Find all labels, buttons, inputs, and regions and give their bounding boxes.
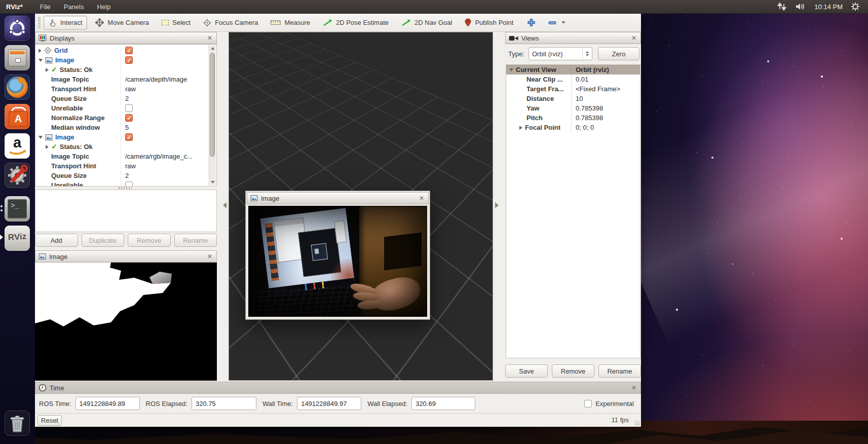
reset-button[interactable]: Reset [37, 415, 62, 426]
rename-button[interactable]: Rename [598, 364, 641, 378]
enabled-checkbox[interactable] [125, 47, 133, 54]
tree-row-property[interactable]: Pitch 0.785398 [506, 113, 640, 123]
ros-elapsed-input[interactable]: 320.75 [192, 397, 256, 410]
panel-title: Displays [50, 34, 74, 42]
remove-tool-button[interactable] [544, 18, 570, 27]
tree-row-property[interactable]: Near Clip ... 0.01 [506, 75, 640, 84]
rviz-toolbar: Interact Move Camera Select [35, 14, 641, 32]
save-button[interactable]: Save [505, 364, 548, 378]
tree-row-property[interactable]: Median window 5 [35, 123, 210, 132]
tree-row-property[interactable]: Unreliable [35, 103, 210, 113]
tool-measure[interactable]: Measure [266, 16, 315, 29]
launcher-item-amazon[interactable]: a [5, 133, 30, 159]
toolbar-grip[interactable] [38, 17, 41, 28]
expander-icon[interactable] [519, 126, 522, 130]
tree-row-property[interactable]: Queue Size 2 [35, 171, 210, 180]
menu-help[interactable]: Help [97, 3, 110, 11]
ros-time-input[interactable]: 1491228849.89 [76, 397, 140, 410]
chevron-down-icon[interactable] [561, 21, 565, 24]
add-button[interactable]: Add [35, 234, 78, 247]
close-icon[interactable]: ✕ [206, 34, 213, 42]
floating-image-window[interactable]: Image ✕ [245, 191, 430, 320]
tree-row-grid[interactable]: Grid [35, 46, 210, 55]
splitter-handle[interactable] [119, 187, 132, 189]
displays-scrollbar[interactable] [209, 45, 216, 186]
scroll-down-button[interactable] [209, 179, 216, 186]
duplicate-button[interactable]: Duplicate [82, 234, 125, 247]
tree-row-property[interactable]: Image Topic /camera/depth/image [35, 75, 210, 84]
launcher-item-ubuntu-software[interactable]: A [5, 104, 30, 129]
tree-row-status[interactable]: ✓ Status: Ok [35, 142, 210, 152]
expander-icon[interactable] [509, 68, 513, 71]
scroll-up-button[interactable] [209, 45, 216, 52]
enabled-checkbox[interactable] [125, 133, 133, 141]
scrollbar-thumb[interactable] [210, 53, 215, 157]
clock[interactable]: 10:14 PM [814, 3, 843, 11]
launcher-item-rviz[interactable]: RViz [5, 226, 30, 251]
floating-window-titlebar[interactable]: Image ✕ [247, 192, 429, 204]
tree-row-property[interactable]: Normalize Range [35, 113, 210, 123]
expander-icon[interactable] [39, 136, 43, 139]
tree-row-property[interactable]: Unreliable [35, 180, 210, 187]
panel-resize-handle-right[interactable] [495, 202, 499, 208]
rename-button[interactable]: Rename [174, 234, 217, 247]
spinner-arrows-icon[interactable] [582, 48, 589, 60]
launcher-item-ubuntu-dash[interactable] [5, 16, 30, 41]
experimental-checkbox[interactable] [584, 400, 592, 408]
tree-row-image[interactable]: Image [35, 132, 210, 142]
launcher-item-trash[interactable] [5, 411, 30, 436]
image-panel-titlebar: Image ✕ [35, 250, 217, 263]
view-type-combo[interactable]: Orbit (rviz) [529, 47, 592, 60]
check-icon: ✓ [51, 65, 57, 75]
panel-resize-handle-left[interactable] [223, 202, 227, 208]
expander-icon[interactable] [39, 59, 43, 62]
expander-icon[interactable] [46, 145, 49, 149]
tool-interact[interactable]: Interact [44, 16, 87, 30]
tree-row-image[interactable]: Image [35, 55, 210, 65]
wall-time-input[interactable]: 1491228849.97 [297, 397, 361, 410]
close-icon[interactable]: ✕ [630, 34, 637, 42]
launcher-item-firefox[interactable] [5, 75, 30, 100]
tool-select[interactable]: Select [157, 16, 195, 29]
tree-row-property[interactable]: Target Fra... <Fixed Frame> [506, 84, 640, 94]
add-tool-button[interactable] [522, 16, 540, 29]
tool-publish-point[interactable]: Publish Point [460, 16, 518, 29]
remove-button[interactable]: Remove [128, 234, 171, 247]
tree-row-status[interactable]: ✓ Status: Ok [35, 65, 210, 75]
checkbox[interactable] [125, 181, 133, 187]
launcher-item-files[interactable] [5, 45, 30, 70]
resize-grip[interactable] [634, 420, 639, 425]
volume-icon[interactable] [795, 3, 806, 11]
menu-panels[interactable]: Panels [64, 3, 84, 11]
expander-icon[interactable] [46, 68, 49, 72]
unity-launcher: A a [0, 14, 35, 444]
tree-row-property[interactable]: Transport Hint raw [35, 84, 210, 94]
tool-focus-camera[interactable]: Focus Camera [199, 16, 262, 29]
tree-row-property[interactable]: Distance 10 [506, 94, 640, 103]
menu-file[interactable]: File [40, 3, 51, 11]
tree-row-focal-point[interactable]: Focal Point 0; 0; 0 [506, 123, 640, 132]
tool-2d-pose-estimate[interactable]: 2D Pose Estimate [318, 16, 393, 29]
launcher-item-terminal[interactable]: >_ [5, 196, 30, 221]
expander-icon[interactable] [39, 49, 42, 53]
tree-row-property[interactable]: Queue Size 2 [35, 94, 210, 103]
network-arrows-icon[interactable] [777, 3, 787, 11]
tree-row-current-view[interactable]: Current View Orbit (rviz) [506, 65, 640, 75]
remove-button[interactable]: Remove [552, 364, 594, 378]
close-icon[interactable]: ✕ [630, 384, 637, 391]
zero-button[interactable]: Zero [598, 47, 639, 60]
session-gear-icon[interactable] [851, 2, 860, 11]
tree-row-property[interactable]: Image Topic /camera/rgb/image_c... [35, 152, 210, 161]
checkbox[interactable] [125, 104, 133, 112]
wall-elapsed-input[interactable]: 320.69 [411, 397, 475, 410]
tool-move-camera[interactable]: Move Camera [91, 16, 154, 29]
enabled-checkbox[interactable] [125, 56, 133, 64]
tree-row-property[interactable]: Transport Hint raw [35, 161, 210, 171]
close-icon[interactable]: ✕ [418, 195, 425, 202]
checkbox[interactable] [125, 114, 133, 122]
tree-row-property[interactable]: Yaw 0.785398 [506, 103, 640, 113]
tool-2d-nav-goal[interactable]: 2D Nav Goal [397, 16, 457, 29]
close-icon[interactable]: ✕ [206, 253, 213, 260]
launcher-item-system-settings[interactable] [5, 163, 30, 188]
view-type-value: Orbit (rviz) [532, 50, 563, 58]
